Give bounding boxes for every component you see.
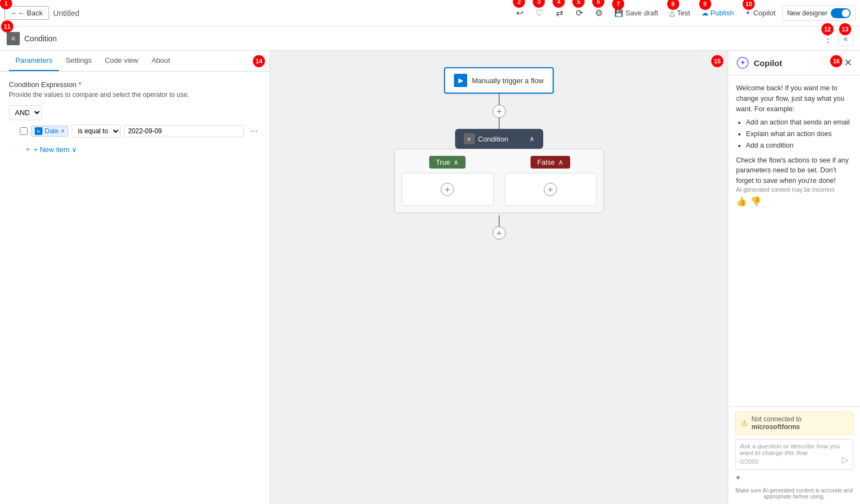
left-panel: 14 Parameters Settings Code view About C… <box>0 51 270 504</box>
connector-line-bottom <box>499 215 500 226</box>
not-connected-text: Not connected to microsoftforms <box>751 415 847 431</box>
condition-node-container: ≡ Condition ∧ True ∧ ＋ <box>394 129 604 213</box>
connector-line-1 <box>499 94 500 105</box>
ai-actions: 👍 👎 <box>736 196 852 207</box>
add-step-button-1[interactable]: ＋ <box>493 105 506 118</box>
char-count: 0/2000 <box>740 458 848 465</box>
copilot-intro: Welcome back! If you want me to change y… <box>736 83 852 114</box>
svg-text:✦: ✦ <box>740 59 745 67</box>
false-branch-header[interactable]: False ∧ <box>531 156 570 169</box>
condition-node-icon: ≡ <box>7 32 20 45</box>
true-branch-header[interactable]: True ∧ <box>429 156 466 169</box>
add-true-step-button[interactable]: ＋ <box>441 183 454 196</box>
new-item-label: + New item <box>34 145 69 154</box>
suggestion-3: Add a condition <box>746 140 852 151</box>
not-connected-banner: ⚠ Not connected to microsoftforms <box>735 411 853 435</box>
true-chevron-icon: ∧ <box>453 158 459 166</box>
condition-expression-label: Condition Expression * <box>9 80 261 89</box>
field-tag-icon: fx <box>35 127 42 135</box>
ai-disclaimer: AI-generated content may be incorrect <box>736 186 852 193</box>
trigger-label: Manually trigger a flow <box>472 77 543 85</box>
condition-description: Provide the values to compare and select… <box>9 91 261 99</box>
publish-icon: ☁ <box>701 9 708 17</box>
and-operator-row: AND <box>9 105 261 120</box>
row-more-button[interactable]: ··· <box>247 124 261 138</box>
field-tag-remove[interactable]: × <box>61 127 64 135</box>
suggestion-2: Explain what an action does <box>746 129 852 139</box>
condition-node[interactable]: ≡ Condition ∧ <box>455 129 543 149</box>
condition-row: fx Date × is equal to 2022-09-09 ··· <box>9 124 261 138</box>
header-left: 1 ← ← Back Untitled <box>4 6 507 20</box>
copilot-close-button[interactable]: ✕ <box>844 57 852 69</box>
new-designer-toggle[interactable] <box>831 8 851 18</box>
false-branch-label: False <box>537 158 555 166</box>
send-button[interactable]: ▷ <box>842 454 848 465</box>
true-branch-body: ＋ <box>402 173 494 206</box>
sub-header: 11 ≡ Condition 12 ⋮ 13 « <box>0 26 860 51</box>
badge-11: 11 <box>1 20 13 32</box>
trigger-icon: ▶ <box>454 74 467 87</box>
condition-builder: AND fx Date × is equal to <box>9 105 261 156</box>
publish-label: Publish <box>711 9 734 17</box>
thumbs-down-button[interactable]: 👎 <box>750 196 761 207</box>
value-input[interactable]: 2022-09-09 <box>124 125 244 137</box>
ai-disclaimer-text: AI-generated content may be incorrect <box>736 186 835 193</box>
ai-disclaimer-bottom: Make sure AI-generated content is accura… <box>735 485 853 500</box>
back-button[interactable]: ← ← Back <box>4 6 49 20</box>
copilot-panel: 16 ✦ Copilot ✕ Welcome back! If you want… <box>728 51 860 504</box>
back-label: ← Back <box>18 9 43 17</box>
tab-about[interactable]: About <box>145 51 177 71</box>
condition-checkbox[interactable] <box>20 127 28 135</box>
badge-9: 9 <box>699 0 711 10</box>
badge-13: 13 <box>839 23 851 35</box>
badge-15: 15 <box>711 55 723 67</box>
required-marker: * <box>78 80 81 89</box>
condition-node-label: Condition <box>478 135 509 143</box>
copilot-tools: ✦ <box>735 473 853 482</box>
trigger-node[interactable]: ▶ Manually trigger a flow <box>444 67 553 94</box>
spark-tool-button[interactable]: ✦ <box>735 473 742 482</box>
true-branch: True ∧ ＋ <box>402 156 494 206</box>
copilot-footer: ⚠ Not connected to microsoftforms Ask a … <box>728 407 860 504</box>
new-item-chevron: ∨ <box>72 145 77 154</box>
connector-1: ＋ <box>493 94 506 129</box>
connector-line-2 <box>499 118 500 129</box>
main-layout: 14 Parameters Settings Code view About C… <box>0 51 860 504</box>
condition-node-left: ≡ Condition <box>464 133 509 144</box>
operator-select[interactable]: is equal to <box>72 124 121 138</box>
save-draft-icon: 💾 <box>614 9 623 17</box>
new-item-icon: ＋ <box>24 144 31 154</box>
add-step-button-bottom[interactable]: ＋ <box>493 226 506 240</box>
tabs-bar: Parameters Settings Code view About <box>0 51 269 72</box>
test-icon: △ <box>669 9 675 17</box>
thumbs-up-button[interactable]: 👍 <box>736 196 747 207</box>
condition-icon-glyph: ≡ <box>11 35 15 42</box>
app-title: Untitled <box>53 9 79 18</box>
warning-icon: ⚠ <box>741 419 748 427</box>
tab-parameters[interactable]: Parameters <box>9 51 59 71</box>
add-false-step-button[interactable]: ＋ <box>544 183 557 196</box>
false-chevron-icon: ∧ <box>558 158 564 166</box>
tab-settings[interactable]: Settings <box>59 51 98 71</box>
and-operator-select[interactable]: AND <box>9 105 42 120</box>
sub-header-title: Condition <box>24 34 816 43</box>
chat-input-area: Ask a question or describe how you want … <box>735 439 853 470</box>
tab-code-view[interactable]: Code view <box>98 51 145 71</box>
new-item-button[interactable]: ＋ + New item ∨ <box>20 142 261 156</box>
bottom-add-connector: ＋ <box>493 215 506 240</box>
copilot-title: Copilot <box>754 58 782 68</box>
condition-chevron-icon[interactable]: ∧ <box>529 135 534 143</box>
copilot-label: Copilot <box>753 9 775 17</box>
new-designer-toggle-container: New designer <box>782 6 856 21</box>
copilot-message: Welcome back! If you want me to change y… <box>736 83 852 186</box>
header-actions: 2 ↩ 3 ♡ 4 ⇄ 5 ⟳ 6 ⚙ 7 💾 Save draft <box>511 4 856 22</box>
field-tag: fx Date × <box>31 126 68 137</box>
copilot-outro: Check the flow's actions to see if any p… <box>736 155 852 186</box>
badge-14: 14 <box>253 55 265 67</box>
false-branch-body: ＋ <box>505 173 597 206</box>
badge-12: 12 <box>821 23 834 35</box>
true-branch-label: True <box>436 158 450 166</box>
suggestion-1: Add an action that sends an email <box>746 117 852 128</box>
copilot-logo-icon: ✦ <box>736 56 749 69</box>
panel-content: Condition Expression * Provide the value… <box>0 72 269 165</box>
